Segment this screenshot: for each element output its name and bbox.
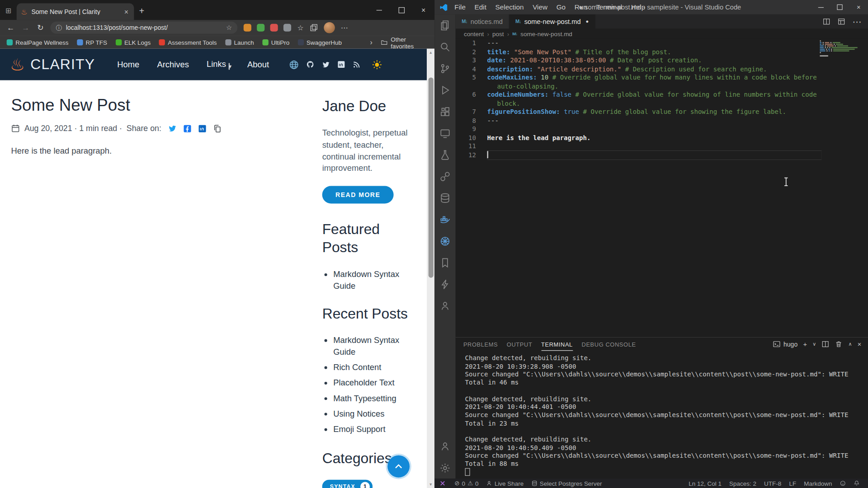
close-panel-icon[interactable]: × <box>858 340 862 348</box>
bookmark-realpage-wellness[interactable]: RealPage Wellness <box>7 39 69 46</box>
share-twitter-icon[interactable] <box>168 124 177 133</box>
minimap[interactable] <box>820 40 859 60</box>
feedback-smiley-icon[interactable] <box>836 479 850 488</box>
code-line[interactable]: 8--- <box>456 117 868 125</box>
explorer-icon[interactable] <box>434 14 456 36</box>
refresh-button[interactable]: ↻ <box>35 23 45 32</box>
breadcrumb-content[interactable]: content <box>464 30 484 37</box>
code-line[interactable]: 5codeMaxLines: 10 # Override global valu… <box>456 74 868 91</box>
favorites-button[interactable]: ☆ <box>297 23 304 32</box>
extension-icon[interactable] <box>257 24 264 32</box>
bookmark-rp-tfs[interactable]: RP TFS <box>77 39 107 46</box>
panel-tab-problems[interactable]: PROBLEMS <box>463 338 498 351</box>
breadcrumb-post[interactable]: post <box>492 30 504 37</box>
extension-icon[interactable] <box>270 24 278 32</box>
browser-maximize-button[interactable] <box>390 0 412 20</box>
customize-layout-icon[interactable] <box>838 18 845 25</box>
profile-avatar[interactable] <box>324 22 335 33</box>
thunder-client-icon[interactable] <box>434 273 456 295</box>
code-editor[interactable]: 1---2title: "Some New Post" # Title of t… <box>456 39 868 337</box>
split-editor-icon[interactable] <box>823 18 830 25</box>
browser-menu-button[interactable]: ⋯ <box>341 23 348 32</box>
maximize-panel-chevron-icon[interactable]: ∧ <box>848 342 852 347</box>
bookmark-launch[interactable]: Launch <box>225 39 254 46</box>
code-line[interactable]: 6codeLineNumbers: false # Override globa… <box>456 91 868 108</box>
code-line[interactable]: 10Here is the lead paragraph. <box>456 134 868 142</box>
extension-icon[interactable] <box>283 24 291 32</box>
editor-tab-notices.md[interactable]: M↓notices.md <box>456 14 509 29</box>
kill-terminal-trash-icon[interactable] <box>835 340 843 348</box>
scrollbar-up-arrow-icon[interactable]: ▲ <box>427 50 434 54</box>
recent-post-link[interactable]: Emoji Support <box>333 423 419 435</box>
vscode-close-button[interactable]: × <box>849 0 868 14</box>
terminal-dropdown-chevron-icon[interactable]: ∨ <box>812 342 816 347</box>
bookmark-assessment-tools[interactable]: Assessment Tools <box>159 39 217 46</box>
twitter-icon[interactable] <box>321 60 330 68</box>
menu-go[interactable]: Go <box>552 3 570 11</box>
nav-links[interactable]: Links▾ <box>198 59 238 70</box>
recent-post-link[interactable]: Rich Content <box>333 361 419 373</box>
code-line[interactable]: 11 <box>456 142 868 151</box>
panel-tab-output[interactable]: OUTPUT <box>507 338 533 351</box>
encoding-status[interactable]: UTF-8 <box>760 479 785 488</box>
recent-post-link[interactable]: Math Typesetting <box>333 392 419 404</box>
settings-gear-icon[interactable] <box>434 457 456 479</box>
indentation-status[interactable]: Spaces: 2 <box>725 479 760 488</box>
code-line[interactable]: 7figurePositionShow: true # Override glo… <box>456 108 868 117</box>
address-bar[interactable]: ⓘ localhost:1313/post/some-new-post/ ☆ <box>50 22 237 34</box>
add-favorite-star-icon[interactable]: ☆ <box>226 24 232 32</box>
tab-close-icon[interactable]: × <box>123 8 129 16</box>
share-linkedin-icon[interactable] <box>198 124 207 132</box>
extension-icon[interactable] <box>244 24 251 32</box>
breadcrumb-some-new-post.md[interactable]: some-new-post.md <box>520 30 572 37</box>
recent-post-link[interactable]: Markdown Syntax Guide <box>333 334 419 357</box>
page-scrollbar[interactable]: ▲ ▼ <box>427 49 434 488</box>
nav-home[interactable]: Home <box>108 60 148 69</box>
search-icon[interactable] <box>434 36 456 58</box>
collections-icon[interactable] <box>310 24 317 32</box>
bookmark-elk-logs[interactable]: ELK Logs <box>115 39 151 46</box>
nav-about[interactable]: About <box>239 60 278 69</box>
back-button[interactable]: ← <box>5 23 15 32</box>
menu-file[interactable]: File <box>450 3 470 11</box>
browser-minimize-button[interactable] <box>368 0 390 20</box>
account-icon[interactable] <box>434 436 456 457</box>
new-terminal-icon[interactable]: + <box>803 340 807 348</box>
terminal-output[interactable]: Change detected, rebuilding site.2021-08… <box>456 351 868 479</box>
copy-link-icon[interactable] <box>213 124 222 132</box>
remote-explorer-icon[interactable] <box>434 122 456 144</box>
code-line[interactable]: 2title: "Some New Post" # Title of the b… <box>456 48 868 56</box>
site-brand[interactable]: CLARITY <box>30 56 95 73</box>
language-globe-icon[interactable] <box>289 60 299 70</box>
bookmark-ultipro[interactable]: UltiPro <box>262 39 289 46</box>
editor-tab-some-new-post.md[interactable]: M↓some-new-post.md● <box>509 14 595 29</box>
category-tag-syntax[interactable]: SYNTAX1 <box>322 479 373 488</box>
scroll-to-top-button[interactable] <box>387 455 410 478</box>
source-control-icon[interactable] <box>434 57 456 79</box>
code-line[interactable]: 9 <box>456 125 868 134</box>
vscode-maximize-button[interactable] <box>830 0 849 14</box>
recent-post-link[interactable]: Placeholder Text <box>333 376 419 388</box>
menu-view[interactable]: View <box>528 3 552 11</box>
references-icon[interactable] <box>434 165 456 187</box>
docker-icon[interactable] <box>434 209 456 230</box>
editor-more-actions-icon[interactable]: ⋯ <box>853 16 862 27</box>
testing-icon[interactable] <box>434 144 456 165</box>
scrollbar-thumb[interactable] <box>428 77 433 277</box>
menu-edit[interactable]: Edit <box>470 3 491 11</box>
share-facebook-icon[interactable] <box>184 124 192 132</box>
site-info-icon[interactable]: ⓘ <box>56 23 62 32</box>
language-mode-status[interactable]: Markdown <box>800 479 836 488</box>
rss-icon[interactable] <box>353 60 361 68</box>
code-line[interactable]: 4description: "Article description." # D… <box>456 65 868 74</box>
live-share-icon[interactable] <box>434 295 456 317</box>
forward-button[interactable]: → <box>20 23 30 32</box>
new-tab-button[interactable]: + <box>134 3 149 19</box>
featured-post-link[interactable]: Markdown Syntax Guide <box>333 268 419 291</box>
bookmark-swaggerhub[interactable]: SwaggerHub <box>298 39 342 46</box>
read-more-button[interactable]: READ MORE <box>322 186 394 204</box>
problems-status[interactable]: ⊘0 ⚠0 <box>451 479 482 488</box>
live-share-status[interactable]: Live Share <box>482 479 528 488</box>
database-icon[interactable] <box>434 187 456 209</box>
other-favorites-button[interactable]: Other favorites <box>381 36 428 49</box>
